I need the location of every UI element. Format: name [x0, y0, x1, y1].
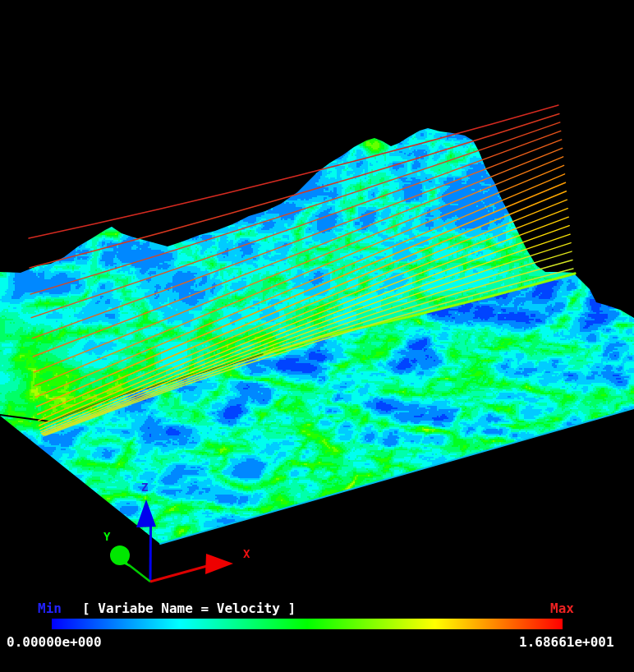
legend-max-label: Max	[550, 601, 574, 616]
legend-min-label: Min	[38, 601, 62, 616]
legend-min-value: 0.00000e+000	[7, 634, 102, 650]
render-canvas[interactable]	[0, 0, 634, 672]
legend-max-value: 1.68661e+001	[519, 634, 614, 650]
colorbar-gradient	[52, 619, 563, 629]
viewport: Z Y X Min [ Variabe Name = Velocity ] Ma…	[0, 0, 634, 672]
legend-title: [ Variabe Name = Velocity ]	[82, 601, 296, 616]
